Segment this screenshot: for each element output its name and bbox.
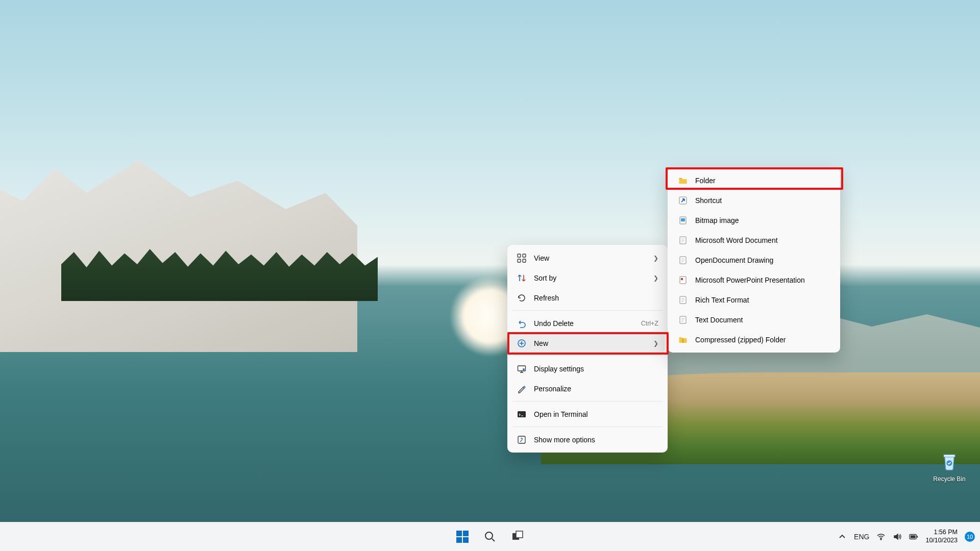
menu-label: View <box>534 254 648 262</box>
menu-item-refresh[interactable]: Refresh <box>510 288 665 308</box>
wallpaper-mountain <box>0 148 357 352</box>
submenu-item-word-document[interactable]: Microsoft Word Document <box>671 230 837 250</box>
svg-rect-16 <box>681 278 683 280</box>
rtf-icon <box>678 295 688 305</box>
tray-volume-icon[interactable] <box>893 532 902 541</box>
menu-label: Open in Terminal <box>534 410 658 418</box>
personalize-icon <box>517 384 527 394</box>
svg-rect-23 <box>463 537 469 543</box>
desktop-icon-recycle-bin[interactable]: Recycle Bin <box>926 449 972 483</box>
odg-icon <box>678 255 688 265</box>
menu-label: New <box>534 339 648 347</box>
menu-item-display-settings[interactable]: Display settings <box>510 359 665 379</box>
chevron-right-icon: ❯ <box>653 274 658 282</box>
menu-item-new[interactable]: New ❯ <box>510 333 665 353</box>
display-settings-icon <box>517 364 527 374</box>
svg-rect-20 <box>456 531 462 536</box>
submenu-item-shortcut[interactable]: Shortcut <box>671 190 837 210</box>
tray-time: 1:56 PM <box>925 529 958 537</box>
recycle-bin-label: Recycle Bin <box>926 475 972 483</box>
menu-item-view[interactable]: View ❯ <box>510 248 665 268</box>
submenu-label: Microsoft PowerPoint Presentation <box>695 276 805 284</box>
svg-rect-8 <box>518 411 526 417</box>
submenu-item-powerpoint[interactable]: Microsoft PowerPoint Presentation <box>671 270 837 290</box>
svg-rect-2 <box>523 254 526 257</box>
terminal-icon <box>517 409 527 419</box>
notification-count: 10 <box>967 534 973 540</box>
svg-point-27 <box>880 539 881 540</box>
tray-clock[interactable]: 1:56 PM 10/10/2023 <box>925 529 958 544</box>
shortcut-icon <box>678 195 688 206</box>
folder-icon <box>678 176 688 186</box>
svg-rect-19 <box>682 338 683 343</box>
svg-rect-22 <box>456 537 462 543</box>
tray-overflow-button[interactable] <box>838 532 847 541</box>
view-icon <box>517 253 527 263</box>
chevron-right-icon: ❯ <box>653 255 658 262</box>
submenu-label: Rich Text Format <box>695 296 749 304</box>
svg-rect-9 <box>518 436 525 443</box>
tray-notification-badge[interactable]: 10 <box>965 532 975 542</box>
search-button[interactable] <box>479 525 501 548</box>
tray-date: 10/10/2023 <box>925 537 958 545</box>
svg-rect-12 <box>681 218 685 221</box>
svg-point-24 <box>485 532 493 539</box>
task-view-button[interactable] <box>506 525 529 548</box>
new-submenu: Folder Shortcut Bitmap image Microsoft W… <box>668 167 840 353</box>
submenu-label: Bitmap image <box>695 216 739 224</box>
taskbar-system-tray: ENG 1:56 PM 10/10/2023 10 <box>838 522 975 551</box>
sort-icon <box>517 273 527 283</box>
submenu-label: Text Document <box>695 316 743 324</box>
bitmap-icon <box>678 215 688 226</box>
word-doc-icon <box>678 235 688 245</box>
start-button[interactable] <box>451 525 474 548</box>
taskbar: ENG 1:56 PM 10/10/2023 10 <box>0 522 980 551</box>
ppt-icon <box>678 275 688 285</box>
svg-rect-29 <box>911 535 916 538</box>
menu-item-personalize[interactable]: Personalize <box>510 379 665 398</box>
menu-item-show-more-options[interactable]: Show more options <box>510 430 665 449</box>
menu-label: Show more options <box>534 436 658 444</box>
chevron-right-icon: ❯ <box>653 340 658 347</box>
menu-item-sort-by[interactable]: Sort by ❯ <box>510 268 665 288</box>
submenu-label: Folder <box>695 177 716 185</box>
submenu-item-bitmap-image[interactable]: Bitmap image <box>671 210 837 230</box>
taskbar-center <box>451 525 529 548</box>
submenu-label: OpenDocument Drawing <box>695 256 773 264</box>
undo-icon <box>517 318 527 329</box>
menu-label: Display settings <box>534 365 658 373</box>
new-icon <box>517 338 527 348</box>
svg-rect-30 <box>917 536 918 538</box>
txt-icon <box>678 315 688 325</box>
menu-separator <box>512 401 663 402</box>
menu-separator <box>512 356 663 356</box>
svg-rect-4 <box>523 259 526 262</box>
menu-item-open-in-terminal[interactable]: Open in Terminal <box>510 404 665 424</box>
svg-rect-1 <box>518 254 521 257</box>
submenu-item-zip-folder[interactable]: Compressed (zipped) Folder <box>671 330 837 349</box>
submenu-label: Compressed (zipped) Folder <box>695 336 786 344</box>
desktop-context-menu: View ❯ Sort by ❯ Refresh Undo Delete Ctr… <box>507 245 668 453</box>
menu-item-undo-delete[interactable]: Undo Delete Ctrl+Z <box>510 313 665 333</box>
submenu-item-folder[interactable]: Folder <box>671 170 837 190</box>
recycle-bin-icon <box>937 449 962 473</box>
svg-rect-3 <box>518 259 521 262</box>
svg-rect-21 <box>463 531 469 536</box>
menu-shortcut: Ctrl+Z <box>641 320 658 327</box>
submenu-item-rich-text[interactable]: Rich Text Format <box>671 290 837 310</box>
menu-separator <box>512 310 663 311</box>
submenu-label: Microsoft Word Document <box>695 236 778 244</box>
show-more-icon <box>517 435 527 445</box>
svg-point-7 <box>523 368 525 370</box>
tray-battery-icon[interactable] <box>909 532 918 541</box>
tray-language[interactable]: ENG <box>854 533 869 541</box>
refresh-icon <box>517 293 527 303</box>
menu-separator <box>512 427 663 427</box>
menu-label: Refresh <box>534 294 658 302</box>
submenu-label: Shortcut <box>695 196 722 205</box>
submenu-item-text-document[interactable]: Text Document <box>671 310 837 330</box>
zip-folder-icon <box>678 335 688 345</box>
submenu-item-opendocument-drawing[interactable]: OpenDocument Drawing <box>671 250 837 270</box>
tray-wifi-icon[interactable] <box>876 532 886 541</box>
menu-label: Undo Delete <box>534 319 633 328</box>
